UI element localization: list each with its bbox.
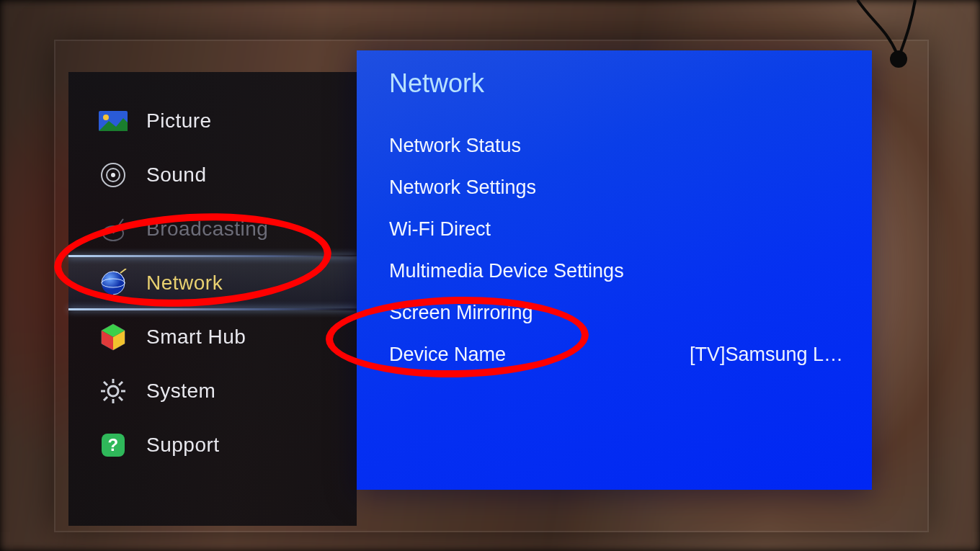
panel-item-network-settings[interactable]: Network Settings	[389, 166, 843, 208]
panel-item-device-name[interactable]: Device Name [TV]Samsung L…	[389, 333, 843, 375]
sidebar-item-smarthub[interactable]: Smart Hub	[68, 310, 357, 364]
sidebar-item-network[interactable]: Network	[68, 256, 357, 310]
sidebar-item-broadcasting: Broadcasting	[68, 202, 357, 256]
svg-line-20	[119, 397, 122, 400]
system-icon	[97, 375, 129, 407]
sidebar-item-label: Support	[146, 434, 220, 457]
settings-sidebar: Picture Sound Broadcasting	[68, 72, 357, 526]
sidebar-item-label: Network	[146, 272, 223, 295]
sidebar-item-support[interactable]: ? Support	[68, 418, 357, 472]
panel-item-label: Device Name	[389, 344, 506, 366]
sidebar-item-sound[interactable]: Sound	[68, 148, 357, 202]
panel-item-network-status[interactable]: Network Status	[389, 125, 843, 166]
svg-text:?: ?	[107, 435, 118, 454]
panel-item-screen-mirroring[interactable]: Screen Mirroring	[389, 292, 843, 333]
panel-title: Network	[389, 68, 843, 99]
svg-line-22	[104, 397, 107, 400]
sidebar-item-label: Smart Hub	[146, 326, 246, 349]
svg-point-4	[111, 173, 115, 177]
panel-item-label: Multimedia Device Settings	[389, 260, 624, 282]
sidebar-item-label: Picture	[146, 109, 212, 133]
sidebar-item-label: System	[146, 380, 215, 403]
panel-item-label: Network Status	[389, 135, 521, 157]
sidebar-item-label: Sound	[146, 163, 206, 187]
sound-icon	[97, 159, 129, 191]
panel-item-wifi-direct[interactable]: Wi-Fi Direct	[389, 208, 843, 250]
panel-item-label: Wi-Fi Direct	[389, 218, 491, 241]
svg-point-1	[103, 115, 109, 120]
svg-line-19	[104, 382, 107, 385]
support-icon: ?	[97, 429, 129, 461]
svg-point-14	[108, 386, 118, 396]
panel-item-label: Screen Mirroring	[389, 302, 533, 324]
smarthub-icon	[97, 321, 129, 353]
sidebar-item-label: Broadcasting	[146, 218, 268, 241]
svg-line-9	[120, 269, 126, 273]
network-panel: Network Network Status Network Settings …	[357, 50, 872, 490]
picture-icon	[97, 105, 129, 137]
broadcast-icon	[97, 213, 129, 245]
panel-item-multimedia-device-settings[interactable]: Multimedia Device Settings	[389, 250, 843, 292]
svg-line-21	[119, 382, 122, 385]
panel-item-value: [TV]Samsung L…	[690, 344, 843, 366]
panel-item-label: Network Settings	[389, 176, 536, 199]
sidebar-item-system[interactable]: System	[68, 364, 357, 418]
sidebar-item-picture[interactable]: Picture	[68, 94, 357, 148]
network-icon	[97, 267, 129, 299]
